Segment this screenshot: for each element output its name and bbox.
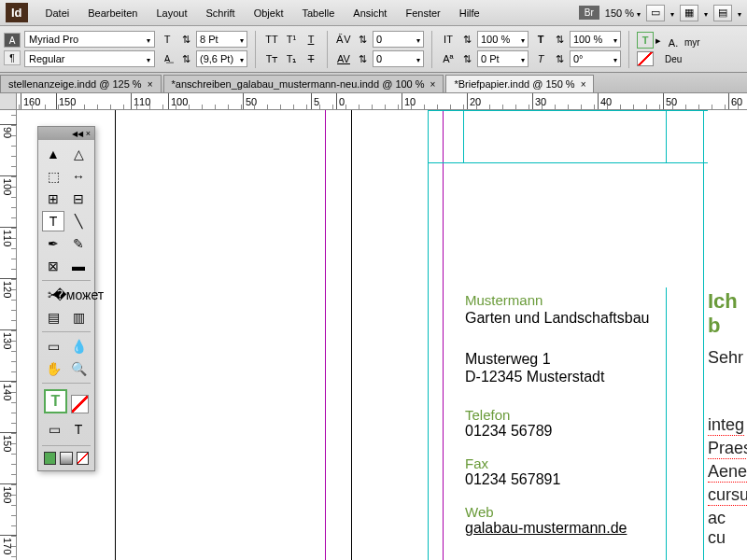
menu-hilfe[interactable]: Hilfe	[451, 4, 488, 22]
menu-ansicht[interactable]: Ansicht	[345, 4, 395, 22]
menu-bearbeiten[interactable]: Bearbeiten	[79, 4, 146, 22]
gap-tool-icon[interactable]: ↔	[67, 166, 90, 187]
gradient-feather-icon[interactable]: ▥	[67, 307, 90, 328]
menu-schrift[interactable]: Schrift	[198, 4, 244, 22]
rectangle-frame-tool-icon[interactable]: ⊠	[42, 256, 64, 276]
pencil-tool-icon[interactable]: ✎	[67, 233, 90, 254]
strikethrough-icon[interactable]: T	[303, 50, 319, 67]
arrange-icon[interactable]: ▤	[713, 5, 732, 21]
zoom-value[interactable]: 150 %	[605, 7, 634, 19]
hscale-input[interactable]: 100 %	[570, 31, 621, 48]
vscale-input[interactable]: 100 %	[477, 31, 529, 48]
body-line-1[interactable]: integ	[708, 415, 744, 436]
tab-stellenanzeige[interactable]: stellenanzeige.indd @ 125 %×	[0, 75, 162, 92]
screen-mode-icon[interactable]: ▦	[680, 5, 698, 21]
body-line-3[interactable]: Aene	[708, 462, 747, 483]
stroke-color-icon[interactable]	[637, 51, 654, 66]
headline[interactable]: Ich b	[708, 289, 747, 338]
menu-fenster[interactable]: Fenster	[397, 4, 448, 22]
charstyle-name[interactable]: myr	[684, 37, 700, 48]
formatting-container-icon[interactable]: ▭	[44, 419, 64, 440]
content-collector-icon[interactable]: ⊞	[42, 189, 64, 209]
company-subtitle[interactable]: Garten und Landschaftsbau	[465, 310, 649, 327]
pen-tool-icon[interactable]: ✒	[42, 233, 64, 254]
company-name-label[interactable]: Mustermann	[465, 292, 543, 308]
stepper-icon[interactable]: ⇅	[354, 50, 371, 67]
direct-selection-tool-icon[interactable]: △	[67, 144, 90, 164]
horizontal-ruler[interactable]: 1601501101005050102030405060	[0, 93, 747, 110]
view-mode-icon[interactable]: ▭	[646, 5, 665, 21]
collapse-icon[interactable]: ◀◀	[72, 130, 83, 138]
arrange-dropdown[interactable]	[738, 7, 741, 19]
close-icon[interactable]: ×	[581, 79, 586, 90]
underline-icon[interactable]: T	[303, 31, 319, 48]
stepper-icon[interactable]: ⇅	[551, 31, 568, 48]
eyedropper-tool-icon[interactable]: 💧	[67, 336, 90, 357]
font-style-select[interactable]: Regular	[24, 50, 155, 67]
language-select[interactable]: Deu	[665, 54, 700, 64]
view-mode-dropdown[interactable]	[670, 7, 674, 19]
rectangle-tool-icon[interactable]: ▬	[67, 256, 90, 276]
stepper-icon[interactable]: ⇅	[177, 50, 194, 67]
web-value[interactable]: galabau-mustermann.de	[465, 520, 627, 537]
stepper-icon[interactable]: ⇅	[458, 31, 475, 48]
tab-briefpapier[interactable]: *Briefpapier.indd @ 150 %×	[445, 75, 594, 92]
stepper-icon[interactable]: ⇅	[354, 31, 371, 48]
street[interactable]: Musterweg 1	[465, 351, 551, 368]
fax-value[interactable]: 01234 567891	[465, 471, 560, 488]
close-icon[interactable]: ×	[86, 129, 91, 138]
character-mode-button[interactable]: A	[4, 33, 21, 48]
body-line-2[interactable]: Praes	[708, 439, 747, 459]
body-line-5[interactable]: ac cu	[708, 509, 747, 548]
tools-panel-header[interactable]: ◀◀ ×	[38, 127, 94, 140]
fax-label[interactable]: Fax	[465, 455, 488, 471]
subscript-icon[interactable]: T₁	[283, 50, 300, 67]
gradient-swatch-icon[interactable]: ▤	[42, 307, 64, 328]
document-canvas[interactable]: Mustermann Garten und Landschaftsbau Mus…	[17, 110, 747, 560]
superscript-icon[interactable]: T¹	[283, 31, 300, 48]
formatting-text-icon[interactable]: T	[68, 419, 89, 440]
note-tool-icon[interactable]: ▭	[42, 336, 64, 357]
zoom-tool-icon[interactable]: 🔍	[67, 358, 90, 379]
bridge-icon[interactable]: Br	[579, 6, 599, 20]
ruler-origin[interactable]	[0, 93, 17, 110]
apply-color-icon[interactable]	[44, 452, 56, 465]
expand-icon[interactable]: ▸	[655, 35, 661, 47]
screen-mode-dropdown[interactable]	[704, 7, 708, 19]
city[interactable]: D-12345 Musterstadt	[465, 369, 604, 385]
stroke-swatch-icon[interactable]	[71, 395, 89, 413]
stepper-icon[interactable]: ⇅	[458, 50, 475, 67]
allcaps-icon[interactable]: TT	[263, 31, 280, 48]
greeting[interactable]: Sehr	[708, 348, 743, 368]
menu-tabelle[interactable]: Tabelle	[293, 4, 343, 22]
vertical-ruler[interactable]: 90100110120130140150160170	[0, 110, 17, 560]
leading-input[interactable]: (9,6 Pt)	[196, 50, 247, 67]
selection-tool-icon[interactable]: ▲	[42, 144, 64, 164]
paragraph-mode-button[interactable]: ¶	[4, 50, 21, 65]
menu-objekt[interactable]: Objekt	[246, 4, 292, 22]
skew-input[interactable]: 0°	[570, 50, 621, 67]
font-family-select[interactable]: Myriad Pro	[24, 31, 155, 48]
close-icon[interactable]: ×	[148, 79, 153, 90]
free-transform-icon[interactable]: �может	[67, 285, 90, 305]
smallcaps-icon[interactable]: Tᴛ	[263, 50, 280, 67]
telefon-label[interactable]: Telefon	[465, 407, 510, 423]
stepper-icon[interactable]: ⇅	[551, 50, 568, 67]
web-label[interactable]: Web	[465, 504, 494, 520]
apply-gradient-icon[interactable]	[60, 452, 72, 465]
tracking-input[interactable]: 0	[373, 50, 424, 67]
telefon-value[interactable]: 01234 56789	[465, 423, 552, 440]
stepper-icon[interactable]: ⇅	[177, 31, 194, 48]
close-icon[interactable]: ×	[430, 79, 436, 90]
hand-tool-icon[interactable]: ✋	[42, 358, 64, 379]
apply-none-icon[interactable]	[77, 452, 89, 465]
kerning-input[interactable]: 0	[373, 31, 424, 48]
content-placer-icon[interactable]: ⊟	[67, 189, 90, 209]
menu-layout[interactable]: Layout	[148, 4, 195, 22]
type-tool-icon[interactable]: T	[42, 211, 64, 231]
zoom-dropdown-icon[interactable]	[637, 7, 641, 19]
page-tool-icon[interactable]: ⬚	[42, 166, 64, 187]
fill-color-icon[interactable]: T	[637, 32, 654, 49]
tab-anschreiben[interactable]: *anschreiben_galabau_mustermann-neu.indd…	[163, 75, 444, 92]
body-line-4[interactable]: cursu	[708, 485, 747, 506]
